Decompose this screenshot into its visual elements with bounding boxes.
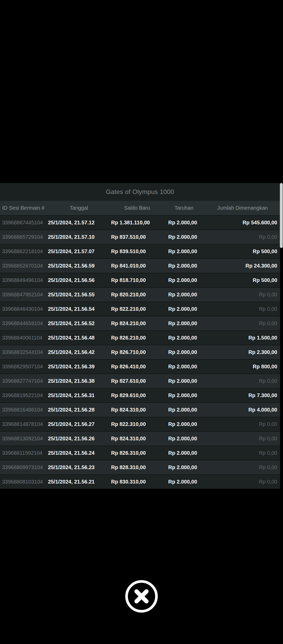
table-row: 3396881952210425/1/2024, 21.56.31Rp 829.… (0, 388, 280, 402)
cell-new-balance: Rp 839.510,00 (111, 248, 163, 254)
column-header-new-balance: Saldo Baru (111, 205, 163, 211)
cell-new-balance: Rp 826.310,00 (111, 450, 163, 456)
table-row: 3396881309210425/1/2024, 21.56.26Rp 824.… (0, 431, 280, 446)
cell-session-id: 33968814878104 (0, 421, 47, 427)
cell-bet: Rp 2.000,00 (163, 248, 205, 254)
cell-date: 25/1/2024, 21.56.21 (47, 479, 111, 485)
cell-bet: Rp 2.000,00 (163, 277, 205, 283)
cell-date: 25/1/2024, 21.56.26 (47, 436, 111, 442)
cell-bet: Rp 2.000,00 (163, 392, 205, 398)
table-header-row: ID Sesi Bermain # Tanggal Saldo Baru Tar… (0, 201, 280, 215)
cell-date: 25/1/2024, 21.56.31 (47, 392, 111, 398)
cell-date: 25/1/2024, 21.56.54 (47, 306, 111, 312)
modal-titlebar: Gates of Olympus 1000 (0, 183, 280, 201)
cell-new-balance: Rp 818.710,00 (111, 277, 163, 283)
cell-amount-won: Rp 0,00 (205, 479, 280, 485)
cell-amount-won: Rp 0,00 (205, 450, 280, 456)
cell-date: 25/1/2024, 21.56.48 (47, 335, 111, 341)
cell-bet: Rp 2.000,00 (163, 335, 205, 341)
cell-new-balance: Rp 841.010,00 (111, 263, 163, 269)
cell-amount-won: Rp 0,00 (205, 320, 280, 326)
cell-session-id: 33968865729104 (0, 234, 47, 240)
cell-amount-won: Rp 7.300,00 (205, 392, 280, 398)
table-row: 3396886221810425/1/2024, 21.57.07Rp 839.… (0, 244, 280, 258)
cell-amount-won: Rp 4.000,00 (205, 407, 280, 413)
cell-date: 25/1/2024, 21.57.07 (47, 248, 111, 254)
cell-date: 25/1/2024, 21.56.52 (47, 320, 111, 326)
cell-new-balance: Rp 826.710,00 (111, 349, 163, 355)
cell-new-balance: Rp 828.310,00 (111, 464, 163, 470)
table-row: 3396882950710425/1/2024, 21.56.39Rp 826.… (0, 359, 280, 374)
cell-bet: Rp 2.000,00 (163, 234, 205, 240)
cell-session-id: 33968840061104 (0, 335, 47, 341)
cell-amount-won: Rp 500,00 (205, 248, 280, 254)
column-header-session-id: ID Sesi Bermain # (0, 205, 47, 211)
cell-new-balance: Rp 820.210,00 (111, 292, 163, 298)
cell-session-id: 33968844659104 (0, 320, 47, 326)
cell-bet: Rp 2.000,00 (163, 450, 205, 456)
table-row: 3396884643010425/1/2024, 21.56.54Rp 822.… (0, 302, 280, 316)
cell-amount-won: Rp 2.300,00 (205, 349, 280, 355)
cell-bet: Rp 2.000,00 (163, 421, 205, 427)
cell-new-balance: Rp 824.210,00 (111, 320, 163, 326)
cell-amount-won: Rp 0,00 (205, 421, 280, 427)
cell-session-id: 33968827747104 (0, 378, 47, 384)
cell-bet: Rp 2.000,00 (163, 436, 205, 442)
table-row: 3396886744510425/1/2024, 21.57.12Rp 1.38… (0, 215, 280, 230)
cell-date: 25/1/2024, 21.56.59 (47, 263, 111, 269)
cell-session-id: 33968832544104 (0, 349, 47, 355)
cell-amount-won: Rp 545.600,00 (205, 220, 280, 226)
cell-session-id: 33968847952104 (0, 292, 47, 298)
table-row: 3396884949610425/1/2024, 21.56.56Rp 818.… (0, 273, 280, 287)
cell-date: 25/1/2024, 21.56.56 (47, 277, 111, 283)
history-table-body[interactable]: 3396886744510425/1/2024, 21.57.12Rp 1.38… (0, 215, 280, 489)
cell-session-id: 33968811592104 (0, 450, 47, 456)
cell-amount-won: Rp 0,00 (205, 234, 280, 240)
cell-session-id: 33968829507104 (0, 364, 47, 370)
cell-amount-won: Rp 24.300,00 (205, 263, 280, 269)
table-row: 3396880997310425/1/2024, 21.56.23Rp 828.… (0, 460, 280, 474)
cell-new-balance: Rp 829.610,00 (111, 392, 163, 398)
cell-bet: Rp 2.000,00 (163, 320, 205, 326)
cell-new-balance: Rp 837.510,00 (111, 234, 163, 240)
cell-amount-won: Rp 0,00 (205, 292, 280, 298)
cell-date: 25/1/2024, 21.57.12 (47, 220, 111, 226)
cell-new-balance: Rp 824.310,00 (111, 407, 163, 413)
table-row: 3396881648610425/1/2024, 21.56.28Rp 824.… (0, 402, 280, 417)
cell-date: 25/1/2024, 21.56.38 (47, 378, 111, 384)
cell-date: 25/1/2024, 21.56.23 (47, 464, 111, 470)
close-button[interactable] (125, 580, 158, 613)
cell-new-balance: Rp 830.310,00 (111, 479, 163, 485)
modal-title: Gates of Olympus 1000 (106, 188, 174, 196)
cell-amount-won: Rp 500,00 (205, 277, 280, 283)
cell-session-id: 33968809973104 (0, 464, 47, 470)
cell-new-balance: Rp 826.410,00 (111, 364, 163, 370)
scrollbar-thumb[interactable] (280, 183, 283, 248)
cell-amount-won: Rp 800,00 (205, 364, 280, 370)
cell-date: 25/1/2024, 21.56.55 (47, 292, 111, 298)
table-row: 3396884465910425/1/2024, 21.56.52Rp 824.… (0, 316, 280, 330)
cell-session-id: 33968816486104 (0, 407, 47, 413)
cell-session-id: 33968808103104 (0, 479, 47, 485)
cell-date: 25/1/2024, 21.56.27 (47, 421, 111, 427)
cell-bet: Rp 2.000,00 (163, 407, 205, 413)
column-header-amount-won: Jumlah Dimenangkan (205, 205, 280, 211)
cell-bet: Rp 2.000,00 (163, 479, 205, 485)
cell-amount-won: Rp 0,00 (205, 378, 280, 384)
cell-session-id: 33968867445104 (0, 220, 47, 226)
table-row: 3396882774710425/1/2024, 21.56.38Rp 827.… (0, 374, 280, 388)
cell-bet: Rp 2.000,00 (163, 464, 205, 470)
cell-amount-won: Rp 0,00 (205, 436, 280, 442)
cell-date: 25/1/2024, 21.57.10 (47, 234, 111, 240)
table-row: 3396885267010425/1/2024, 21.56.59Rp 841.… (0, 258, 280, 273)
cell-new-balance: Rp 822.210,00 (111, 306, 163, 312)
cell-session-id: 33968846430104 (0, 306, 47, 312)
cell-session-id: 33968852670104 (0, 263, 47, 269)
cell-session-id: 33968862218104 (0, 248, 47, 254)
cell-new-balance: Rp 826.210,00 (111, 335, 163, 341)
table-row: 3396886572910425/1/2024, 21.57.10Rp 837.… (0, 230, 280, 244)
x-circle-icon (125, 580, 158, 613)
cell-date: 25/1/2024, 21.56.39 (47, 364, 111, 370)
table-row: 3396881159210425/1/2024, 21.56.24Rp 826.… (0, 446, 280, 460)
cell-bet: Rp 2.000,00 (163, 306, 205, 312)
